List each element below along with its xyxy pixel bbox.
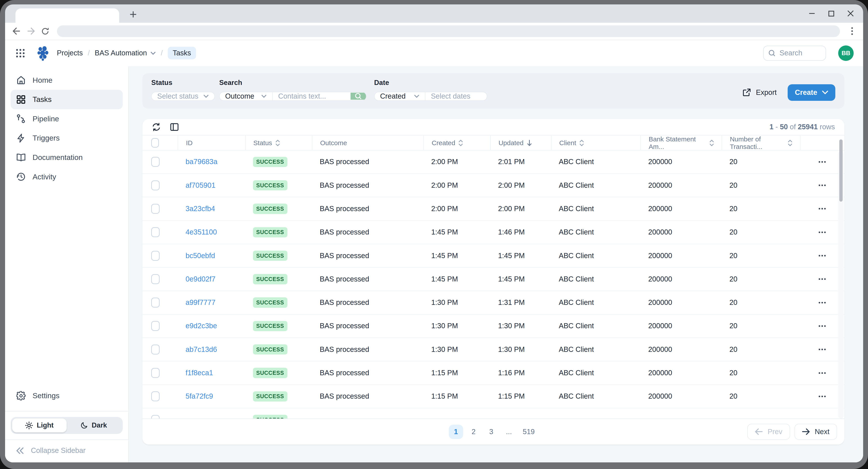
row-menu-icon[interactable] xyxy=(818,325,826,327)
updated-cell: 1:15 PM xyxy=(490,392,551,400)
column-header-number-of-transactions[interactable]: Number of Transacti... xyxy=(722,135,800,150)
column-label: Outcome xyxy=(320,139,347,147)
task-id-link[interactable]: af705901 xyxy=(185,181,215,189)
browser-menu-icon[interactable] xyxy=(846,26,858,37)
row-checkbox[interactable] xyxy=(151,298,160,307)
sidebar-item-activity[interactable]: Activity xyxy=(10,167,123,187)
row-menu-icon[interactable] xyxy=(818,255,826,257)
create-button[interactable]: Create xyxy=(788,84,835,101)
next-page-button[interactable]: Next xyxy=(795,424,837,440)
browser-tab[interactable] xyxy=(16,8,119,23)
column-header-updated[interactable]: Updated xyxy=(490,135,551,150)
theme-light-button[interactable]: Light xyxy=(12,418,67,432)
sort-both-icon[interactable] xyxy=(710,140,714,146)
row-menu-icon[interactable] xyxy=(818,395,826,398)
page-button-3[interactable]: 3 xyxy=(484,425,498,439)
sort-both-icon[interactable] xyxy=(788,140,792,146)
row-menu-icon[interactable] xyxy=(818,372,826,374)
sort-both-icon[interactable] xyxy=(459,140,463,146)
theme-dark-button[interactable]: Dark xyxy=(67,418,121,432)
table-scrollbar-thumb[interactable] xyxy=(839,139,843,202)
row-checkbox[interactable] xyxy=(151,321,160,331)
date-field-select[interactable]: Created xyxy=(375,92,425,100)
row-menu-icon[interactable] xyxy=(818,184,826,187)
sidebar-item-settings[interactable]: Settings xyxy=(10,386,123,405)
task-id-link[interactable]: 4e351100 xyxy=(185,228,217,236)
collapse-sidebar-label: Collapse Sidebar xyxy=(31,446,86,455)
search-submit-button[interactable] xyxy=(350,93,366,100)
row-checkbox[interactable] xyxy=(151,368,160,378)
task-id-link[interactable]: bc50ebfd xyxy=(185,252,215,260)
maximize-icon[interactable] xyxy=(828,10,835,17)
row-checkbox[interactable] xyxy=(151,227,160,237)
row-menu-icon[interactable] xyxy=(818,302,826,304)
avatar[interactable]: BB xyxy=(838,45,854,61)
sidebar-item-documentation[interactable]: Documentation xyxy=(10,148,123,167)
column-header-created[interactable]: Created xyxy=(424,135,490,150)
close-icon[interactable] xyxy=(847,10,854,17)
row-checkbox[interactable] xyxy=(151,251,160,261)
sort-both-icon[interactable] xyxy=(580,140,584,146)
row-checkbox[interactable] xyxy=(151,157,160,167)
row-menu-icon[interactable] xyxy=(818,348,826,350)
date-range-input[interactable]: Select dates xyxy=(425,92,487,100)
task-id-link[interactable]: 0e9d02f7 xyxy=(185,275,215,283)
status-select[interactable]: Select status xyxy=(151,92,215,101)
select-all-checkbox[interactable] xyxy=(151,138,159,147)
page-button-519[interactable]: 519 xyxy=(520,425,538,439)
search-field-select[interactable]: Outcome xyxy=(220,92,273,100)
created-cell: 2:00 PM xyxy=(424,181,490,190)
task-id-link[interactable]: ab7c13d6 xyxy=(185,345,217,354)
reload-icon[interactable] xyxy=(39,25,52,37)
table-row: 5fa72fc9 SUCCESS BAS processed 1:15 PM 1… xyxy=(143,385,844,408)
app-grid-icon[interactable] xyxy=(14,47,27,59)
forward-icon[interactable] xyxy=(25,25,37,37)
brand-logo-icon[interactable] xyxy=(35,45,50,61)
search-text-input[interactable]: Contains text... xyxy=(273,92,350,100)
columns-panel-icon[interactable] xyxy=(170,123,179,131)
sidebar-item-pipeline[interactable]: Pipeline xyxy=(10,109,123,129)
row-menu-icon[interactable] xyxy=(818,161,826,163)
new-tab-button[interactable] xyxy=(126,8,140,21)
row-checkbox[interactable] xyxy=(151,180,160,190)
column-header-bank-statement-amount[interactable]: Bank Statement Am... xyxy=(641,135,722,150)
breadcrumb-current[interactable]: Tasks xyxy=(168,47,196,59)
minimize-icon[interactable] xyxy=(808,10,816,17)
prev-page-button[interactable]: Prev xyxy=(747,424,790,440)
back-icon[interactable] xyxy=(10,25,23,37)
row-checkbox[interactable] xyxy=(151,391,160,401)
breadcrumb-project-dropdown[interactable]: BAS Automation xyxy=(95,49,156,57)
row-menu-icon[interactable] xyxy=(818,278,826,280)
collapse-sidebar-button[interactable]: Collapse Sidebar xyxy=(10,445,123,456)
avatar-initials: BB xyxy=(841,49,850,57)
row-checkbox[interactable] xyxy=(151,204,160,214)
row-menu-icon[interactable] xyxy=(818,231,826,233)
sidebar-item-triggers[interactable]: Triggers xyxy=(10,128,123,148)
page-button-2[interactable]: 2 xyxy=(466,425,481,439)
task-id-link[interactable]: a99f7777 xyxy=(185,299,215,306)
row-checkbox[interactable] xyxy=(151,274,160,284)
sidebar-item-tasks[interactable]: Tasks xyxy=(10,90,123,109)
global-search-input[interactable]: Search xyxy=(763,46,826,61)
task-id-link[interactable]: 3a23cfb4 xyxy=(185,205,215,213)
column-header-client[interactable]: Client xyxy=(551,135,641,150)
column-header-id[interactable]: ID xyxy=(178,135,245,150)
column-header-status[interactable]: Status xyxy=(245,135,312,150)
row-checkbox[interactable] xyxy=(151,415,160,419)
refresh-icon[interactable] xyxy=(152,123,161,131)
task-id-link[interactable]: e9d2c3be xyxy=(185,322,217,330)
row-checkbox[interactable] xyxy=(151,344,160,355)
task-id-link[interactable]: 5fa72fc9 xyxy=(185,392,213,400)
export-button[interactable]: Export xyxy=(743,88,777,97)
sort-desc-icon[interactable] xyxy=(527,140,532,146)
address-bar[interactable] xyxy=(57,25,840,37)
sort-both-icon[interactable] xyxy=(276,140,280,146)
task-id-link[interactable]: ba79683a xyxy=(185,158,217,166)
row-menu-icon[interactable] xyxy=(818,208,826,210)
client-cell: ABC Client xyxy=(551,205,641,213)
column-header-outcome[interactable]: Outcome xyxy=(312,135,424,150)
breadcrumb-projects[interactable]: Projects xyxy=(57,49,83,57)
task-id-link[interactable]: f1f8eca1 xyxy=(185,369,213,377)
sidebar-item-home[interactable]: Home xyxy=(10,71,123,90)
page-button-1[interactable]: 1 xyxy=(449,425,463,439)
